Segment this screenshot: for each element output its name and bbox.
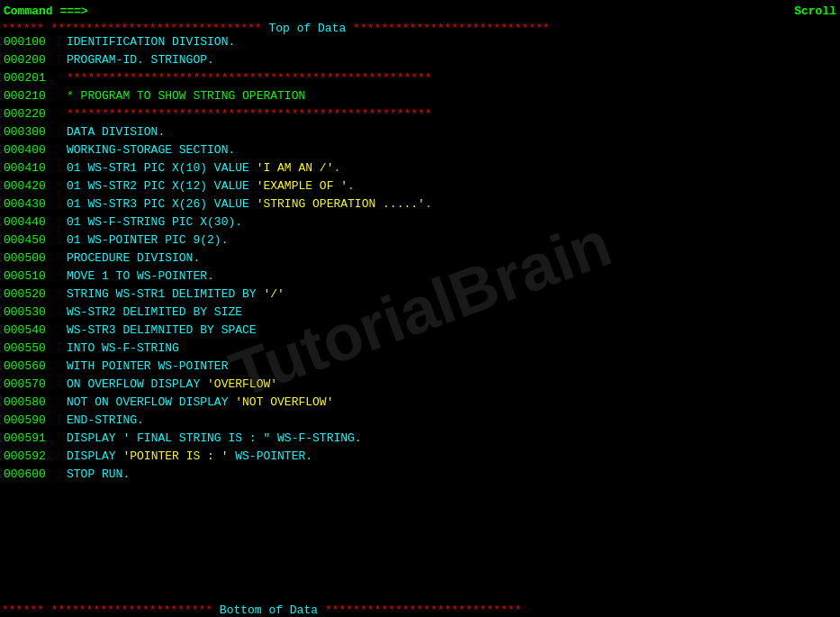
- line-content: WS-STR2 DELIMITED BY SIZE: [63, 305, 840, 319]
- line-content: ****************************************…: [63, 71, 840, 85]
- line-content: ON OVERFLOW DISPLAY 'OVERFLOW': [63, 377, 840, 391]
- code-segment: END-STRING.: [67, 413, 144, 427]
- code-segment: DISPLAY: [67, 449, 122, 463]
- line-number: 000510: [0, 269, 63, 283]
- line-number: 000410: [0, 161, 63, 175]
- top-stars-right: ****************************: [353, 22, 549, 35]
- line-content: PROGRAM-ID. STRINGOP.: [63, 53, 840, 67]
- line-number: 000400: [0, 143, 63, 157]
- top-stars-left: ****** ******************************: [2, 22, 268, 35]
- code-segment: 'EXAMPLE OF ': [257, 179, 348, 193]
- bottom-stars-bar: ****** *********************** Bottom of…: [0, 603, 840, 617]
- table-row: 000570 ON OVERFLOW DISPLAY 'OVERFLOW': [0, 377, 840, 395]
- line-number: 000420: [0, 179, 63, 193]
- terminal: Command ===> Scroll ****** *************…: [0, 0, 840, 617]
- line-number: 000530: [0, 305, 63, 319]
- table-row: 000300 DATA DIVISION.: [0, 125, 840, 143]
- line-number: 000570: [0, 377, 63, 391]
- line-content: 01 WS-POINTER PIC 9(2).: [63, 233, 840, 247]
- code-segment: * PROGRAM TO SHOW STRING OPERATION: [67, 89, 305, 103]
- table-row: 000420 01 WS-STR2 PIC X(12) VALUE 'EXAMP…: [0, 179, 840, 197]
- code-segment: .: [333, 161, 340, 175]
- code-segment: 'OVERFLOW': [207, 377, 277, 391]
- bottom-of-data-text: Bottom of Data: [220, 603, 318, 617]
- line-number: 000591: [0, 431, 63, 445]
- line-number: 000201: [0, 71, 63, 85]
- line-content: 01 WS-STR1 PIC X(10) VALUE 'I AM AN /'.: [63, 161, 840, 175]
- line-number: 000300: [0, 125, 63, 139]
- code-segment: 'STRING OPERATION .....': [257, 197, 425, 211]
- table-row: 000200 PROGRAM-ID. STRINGOP.: [0, 53, 840, 71]
- line-number: 000560: [0, 359, 63, 373]
- line-number: 000500: [0, 251, 63, 265]
- line-content: * PROGRAM TO SHOW STRING OPERATION: [63, 89, 840, 103]
- code-segment: 01 WS-POINTER PIC 9(2).: [67, 233, 228, 247]
- code-area: 000100 IDENTIFICATION DIVISION.000200 PR…: [0, 35, 840, 485]
- line-content: 01 WS-STR2 PIC X(12) VALUE 'EXAMPLE OF '…: [63, 179, 840, 193]
- line-content: DISPLAY ' FINAL STRING IS : " WS-F-STRIN…: [63, 431, 840, 445]
- code-segment: WS-F-STRING.: [270, 431, 361, 445]
- code-segment: ON OVERFLOW DISPLAY: [67, 377, 207, 391]
- line-number: 000590: [0, 413, 63, 427]
- line-content: STOP RUN.: [63, 467, 840, 481]
- line-number: 000440: [0, 215, 63, 229]
- code-segment: PROGRAM-ID. STRINGOP.: [67, 53, 214, 67]
- table-row: 000220 *********************************…: [0, 107, 840, 125]
- code-segment: NOT ON OVERFLOW DISPLAY: [67, 395, 235, 409]
- line-content: WS-STR3 DELIMNITED BY SPACE: [63, 323, 840, 337]
- line-content: ****************************************…: [63, 107, 840, 121]
- line-number: 000220: [0, 107, 63, 121]
- code-segment: .: [425, 197, 432, 211]
- table-row: 000410 01 WS-STR1 PIC X(10) VALUE 'I AM …: [0, 161, 840, 179]
- line-content: MOVE 1 TO WS-POINTER.: [63, 269, 840, 283]
- line-content: WORKING-STORAGE SECTION.: [63, 143, 840, 157]
- table-row: 000530 WS-STR2 DELIMITED BY SIZE: [0, 305, 840, 323]
- code-segment: 'NOT OVERFLOW': [235, 395, 333, 409]
- line-content: DISPLAY 'POINTER IS : ' WS-POINTER.: [63, 449, 840, 463]
- command-label: Command ===>: [4, 5, 88, 18]
- line-number: 000200: [0, 53, 63, 67]
- table-row: 000520 STRING WS-STR1 DELIMITED BY '/': [0, 287, 840, 305]
- line-content: NOT ON OVERFLOW DISPLAY 'NOT OVERFLOW': [63, 395, 840, 409]
- code-segment: PROCEDURE DIVISION.: [67, 251, 200, 265]
- table-row: 000400 WORKING-STORAGE SECTION.: [0, 143, 840, 161]
- line-number: 000450: [0, 233, 63, 247]
- line-content: IDENTIFICATION DIVISION.: [63, 35, 840, 49]
- line-number: 000100: [0, 35, 63, 49]
- top-stars-bar: ****** ****************************** To…: [0, 22, 840, 35]
- code-segment: .: [348, 179, 355, 193]
- line-number: 000600: [0, 467, 63, 481]
- table-row: 000210 * PROGRAM TO SHOW STRING OPERATIO…: [0, 89, 840, 107]
- code-segment: WS-STR2 DELIMITED BY SIZE: [67, 305, 242, 319]
- table-row: 000580 NOT ON OVERFLOW DISPLAY 'NOT OVER…: [0, 395, 840, 413]
- line-number: 000592: [0, 449, 63, 463]
- table-row: 000591 DISPLAY ' FINAL STRING IS : " WS-…: [0, 431, 840, 449]
- code-segment: WS-POINTER.: [228, 449, 312, 463]
- line-content: 01 WS-STR3 PIC X(26) VALUE 'STRING OPERA…: [63, 197, 840, 211]
- code-segment: WITH POINTER WS-POINTER: [67, 359, 228, 373]
- bottom-stars-right: ****************************: [325, 603, 521, 617]
- code-segment: ****************************************…: [67, 71, 432, 85]
- table-row: 000600 STOP RUN.: [0, 467, 840, 485]
- code-segment: 'POINTER IS : ': [122, 449, 228, 463]
- table-row: 000500 PROCEDURE DIVISION.: [0, 251, 840, 269]
- table-row: 000540 WS-STR3 DELIMNITED BY SPACE: [0, 323, 840, 341]
- header-bar: Command ===> Scroll: [0, 0, 840, 22]
- code-segment: 01 WS-F-STRING PIC X(30).: [67, 215, 242, 229]
- line-number: 000210: [0, 89, 63, 103]
- table-row: 000550 INTO WS-F-STRING: [0, 341, 840, 359]
- command-input[interactable]: [88, 5, 795, 18]
- table-row: 000440 01 WS-F-STRING PIC X(30).: [0, 215, 840, 233]
- code-segment: STOP RUN.: [67, 467, 130, 481]
- line-content: WITH POINTER WS-POINTER: [63, 359, 840, 373]
- top-of-data-text: Top of Data: [268, 22, 346, 35]
- line-content: PROCEDURE DIVISION.: [63, 251, 840, 265]
- code-segment: 01 WS-STR1 PIC X(10) VALUE: [67, 161, 257, 175]
- code-segment: ' FINAL STRING IS : ": [122, 431, 270, 445]
- code-segment: 01 WS-STR3 PIC X(26) VALUE: [67, 197, 257, 211]
- table-row: 000201 *********************************…: [0, 71, 840, 89]
- table-row: 000100 IDENTIFICATION DIVISION.: [0, 35, 840, 53]
- scroll-label: Scroll: [794, 5, 836, 18]
- code-segment: DISPLAY: [67, 431, 122, 445]
- line-number: 000550: [0, 341, 63, 355]
